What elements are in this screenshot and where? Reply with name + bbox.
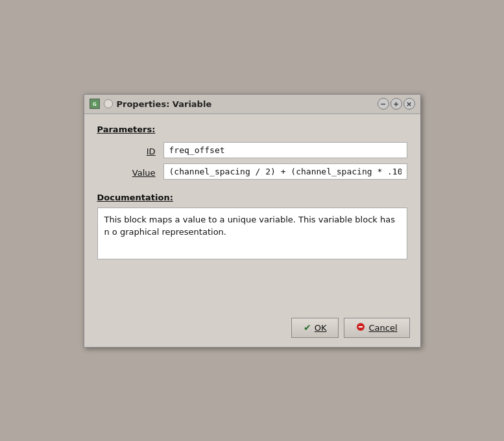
minimize-button[interactable]: − [378,98,389,110]
app-icon: G [90,99,100,109]
titlebar: G Properties: Variable − + × [84,95,420,114]
close-button[interactable]: × [403,98,415,110]
ok-checkmark-icon: ✔ [304,322,311,333]
window-controls: − + × [378,98,415,110]
documentation-text: This block maps a value to a unique vari… [97,208,407,259]
params-section-label: Parameters: [97,125,407,134]
titlebar-left: G Properties: Variable [90,99,212,109]
id-label: ID [104,142,156,158]
value-input[interactable] [163,163,407,180]
status-circle [104,99,113,108]
id-input[interactable] [163,142,407,158]
maximize-button[interactable]: + [390,98,402,110]
ok-label: OK [315,323,327,333]
documentation-label: Documentation: [97,193,407,202]
cancel-button[interactable]: Cancel [344,318,409,338]
svg-text:G: G [93,102,97,107]
cancel-icon [356,322,365,334]
documentation-section: Documentation: This block maps a value t… [97,193,407,259]
window-title: Properties: Variable [117,99,212,109]
ok-button[interactable]: ✔ OK [291,318,339,338]
properties-dialog: G Properties: Variable − + × Parameters:… [84,94,421,348]
button-row: ✔ OK Cancel [84,313,420,347]
cancel-label: Cancel [368,323,397,333]
spacer [97,266,407,305]
params-grid: ID Value [104,142,407,180]
dialog-content: Parameters: ID Value Documentation: This… [84,114,420,313]
value-label: Value [104,163,156,180]
